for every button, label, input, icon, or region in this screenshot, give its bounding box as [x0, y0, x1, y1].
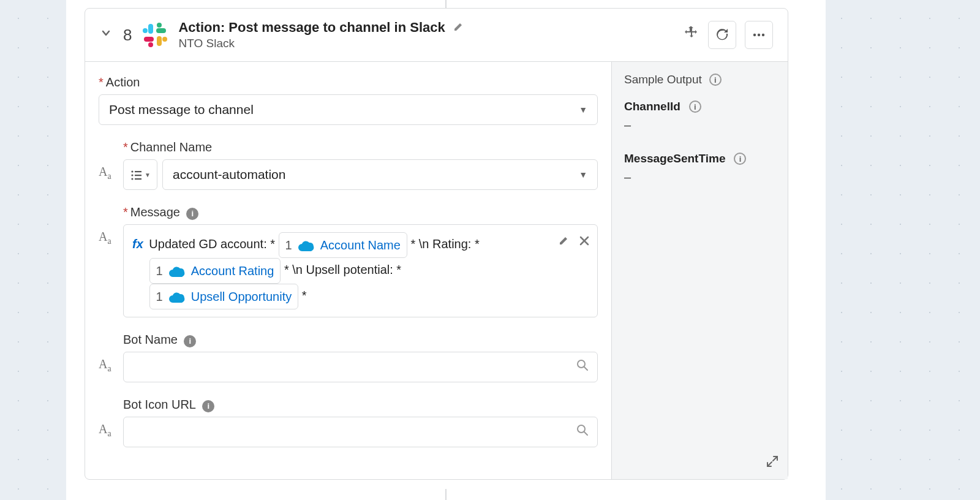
output-key-messagesent: MessageSentTime [624, 152, 725, 165]
output-key-channelid: ChannelId [624, 100, 680, 113]
info-icon[interactable]: i [734, 153, 746, 165]
info-icon[interactable]: i [202, 400, 214, 412]
output-value-channelid: – [624, 118, 775, 132]
salesforce-icon [168, 264, 186, 278]
message-label: Message [123, 205, 180, 219]
more-button[interactable] [745, 21, 773, 49]
svg-point-1 [758, 34, 760, 36]
svg-rect-4 [135, 171, 141, 172]
output-value-messagesent: – [624, 170, 775, 184]
info-icon[interactable]: i [709, 74, 722, 86]
search-icon [576, 424, 589, 440]
info-icon[interactable]: i [689, 100, 701, 113]
bot-icon-url-input[interactable] [123, 417, 598, 447]
sample-output-panel: Sample Output i ChannelId i – MessageSen… [611, 62, 788, 479]
pill-account-name[interactable]: 1 Account Name [279, 232, 407, 258]
clear-formula-icon[interactable] [579, 231, 590, 253]
fx-indicator: fx [132, 237, 143, 251]
channel-label: Channel Name [123, 140, 598, 154]
chevron-down-icon: ▼ [579, 105, 587, 115]
slack-icon [143, 23, 167, 47]
action-select-value: Post message to channel [109, 102, 254, 117]
salesforce-icon [168, 290, 186, 303]
svg-point-2 [762, 34, 764, 36]
action-select[interactable]: Post message to channel ▼ [99, 94, 598, 125]
salesforce-icon [297, 238, 315, 252]
channel-select[interactable]: account-automation ▼ [162, 159, 598, 190]
connector-bottom [445, 489, 447, 500]
info-icon[interactable]: i [184, 335, 196, 347]
collapse-toggle-icon[interactable] [100, 27, 112, 43]
channel-mode-select[interactable]: ▼ [123, 159, 157, 190]
expand-icon[interactable] [766, 455, 779, 472]
svg-rect-6 [135, 175, 141, 176]
card-header: 8 Action: Post message to channel in Sla… [85, 9, 788, 62]
pill-account-rating[interactable]: 1 Account Rating [149, 258, 281, 284]
edit-title-icon[interactable] [453, 20, 465, 36]
svg-point-3 [131, 170, 133, 172]
retry-button[interactable] [708, 21, 736, 49]
info-icon[interactable]: i [186, 208, 198, 220]
svg-point-7 [131, 178, 133, 180]
bot-name-label: Bot Name [123, 333, 178, 347]
channel-select-value: account-automation [173, 167, 285, 182]
edit-formula-icon[interactable] [558, 231, 570, 253]
search-icon [576, 359, 589, 375]
text-type-icon: Aa [99, 165, 111, 181]
message-formula-input[interactable]: fx Updated GD account: * 1 Account Name … [123, 224, 598, 317]
action-card: 8 Action: Post message to channel in Sla… [85, 8, 788, 480]
formula-text: Updated GD account: * [149, 237, 275, 251]
formula-text: * [302, 289, 307, 302]
text-type-icon: Aa [99, 230, 111, 246]
svg-point-0 [753, 34, 756, 36]
text-type-icon: Aa [99, 357, 111, 374]
chevron-down-icon: ▼ [579, 170, 587, 180]
action-label: Action [99, 75, 598, 89]
step-number: 8 [123, 26, 132, 45]
pill-upsell-opportunity[interactable]: 1 Upsell Opportunity [149, 284, 299, 309]
svg-point-5 [131, 174, 133, 176]
bot-name-input[interactable] [123, 352, 598, 382]
svg-point-10 [578, 425, 585, 433]
connector-top [445, 0, 447, 9]
svg-point-9 [578, 360, 585, 368]
sample-output-title: Sample Output [624, 73, 702, 86]
formula-text: * \n Upsell potential: * [284, 263, 401, 276]
move-icon[interactable] [684, 25, 699, 45]
card-title: Action: Post message to channel in Slack [178, 20, 445, 36]
bot-icon-label: Bot Icon URL [123, 398, 196, 412]
svg-rect-8 [135, 178, 141, 180]
card-subtitle: NTO Slack [178, 37, 464, 50]
text-type-icon: Aa [99, 422, 111, 439]
form-area: Action Post message to channel ▼ Aa Chan… [85, 62, 611, 479]
formula-text: * \n Rating: * [410, 237, 479, 251]
